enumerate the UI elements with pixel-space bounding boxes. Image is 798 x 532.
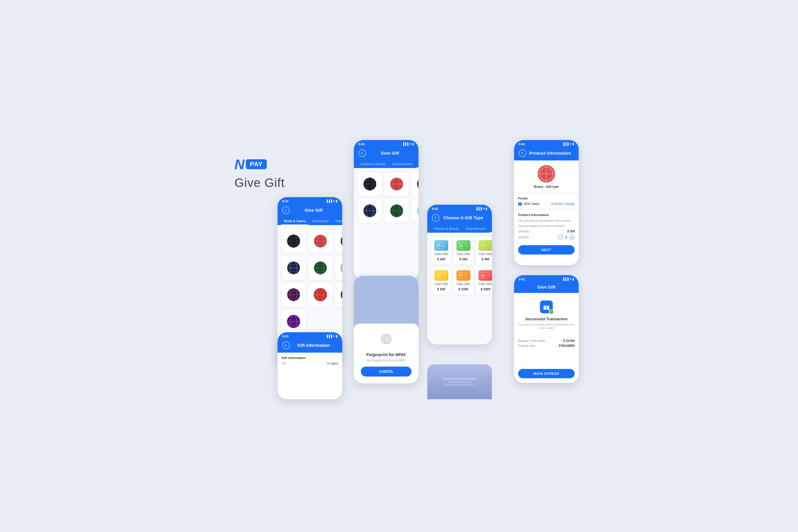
gift-item-1[interactable] [282,229,305,253]
product-icon-area: Brand - Gift type [514,160,579,192]
svg-rect-80 [460,274,462,276]
gift-item-5[interactable] [308,256,332,280]
phone3-body: Cash Gifts $ 200 Cash Gifts $ 250 [427,233,492,344]
gift-value: H Cakes [327,362,338,365]
phone5-status-bar: 9:41 ▐▐▐ ▾ ▮ [514,140,579,147]
phone2-tab-fashion[interactable]: Fashion & Beauty [357,160,388,168]
success-check-icon: ✓ [549,309,554,315]
wifi-icon-3: ▾ [483,207,484,210]
phone2-tab-shopping[interactable]: Shopping [417,160,419,168]
phone5-body: Brand - Gift type Funds N NPAY Wallet $ … [514,160,579,265]
p2-gift-3[interactable] [412,172,419,196]
cash-gift-250[interactable]: Cash Gifts $ 250 [454,237,473,264]
phone3-status-bar: 9:41 ▐▐▐ ▾ ▮ [427,205,492,212]
phone6-status-bar: 9:41 ▐▐▐ ▾ ▮ [514,275,579,282]
cash-gift-amount-400: $ 400 [481,258,490,261]
gift-item-6[interactable] [335,256,342,280]
next-button[interactable]: NEXT [518,245,575,254]
phone1-status-icons: ▐▐▐ ▾ ▮ [326,200,338,203]
svg-rect-67 [438,245,440,246]
phone6-status-icons: ▐▐▐ ▾ ▮ [563,278,574,281]
success-icon-wrap: ✓ [540,301,553,313]
qty-decrease-button[interactable]: − [558,235,563,240]
cash-gift-label-400: Cash Gifts [479,252,492,256]
phone1-back-button[interactable] [282,206,290,214]
phone3-nav-title: Choose A Gift Type [439,215,487,220]
cash-gift-icon-400 [478,240,492,251]
fingerprint-cancel-button[interactable]: CANCEL [361,367,412,377]
brand-logo: N PAY [234,156,285,172]
product-globe-icon [538,165,555,183]
gift-item-2[interactable] [308,229,332,253]
phone5-back-button[interactable] [519,149,526,157]
p2-gift-4[interactable] [358,199,382,223]
wallet-name: NPAY Wallet [524,202,550,206]
signal-icon-3: ▐▐▐ [476,207,482,210]
cash-gift-icon-1000 [456,270,470,281]
phone1-tab-fashion[interactable]: Fashion & Beau [332,217,342,225]
battery-icon-2: ▮ [412,142,414,146]
cash-icon-svg-250 [459,242,468,249]
battery-icon-3: ▮ [486,207,487,210]
phone2-header: 9:41 ▐▐▐ ▾ ▮ Give Gift Fashion & Beauty … [354,140,419,168]
phone-give-gift-success: 9:41 ▐▐▐ ▾ ▮ Give Gift [514,275,579,383]
phone5-nav-title: Product Information [526,151,574,155]
phone2-back-button[interactable] [359,149,366,157]
gift-info-section-title: Gift information [282,356,338,360]
p2-gift-6[interactable] [412,199,419,223]
p2-globe-4 [363,204,377,218]
quantity-control: − 1 + [558,235,575,240]
svg-rect-77 [438,274,440,276]
wifi-icon-2: ▾ [410,142,411,146]
success-body: ✓ Successful Transaction You have succes… [514,293,579,383]
gift-globe-10 [286,314,301,329]
qty-increase-button[interactable]: + [569,235,575,240]
funds-section: Funds N NPAY Wallet $ 20,000 Change [514,192,579,208]
p2-gift-2[interactable] [385,172,408,196]
phone3-tab-fashion[interactable]: Fashion & Beauty [431,225,462,233]
cash-gift-label-2000: Cash Gifts [479,282,492,286]
gift-item-3[interactable] [335,229,342,253]
phone1-time: 9:41 [282,200,289,203]
gift-info-body: Gift information Gift H Cakes [278,353,342,399]
blur-line-2 [448,381,471,383]
cash-gift-200[interactable]: Cash Gifts $ 200 [431,237,451,264]
gift-item-8[interactable] [308,283,332,307]
phone7-back-button[interactable] [282,342,290,349]
gift-item-7[interactable] [282,283,305,307]
phone1-tabs: Drink & Cakes Restaurant Fashion & Beau [278,217,342,225]
success-title: Successful Transaction [525,317,567,321]
cash-gift-2000[interactable]: Cash Gifts $ 2000 [476,267,492,294]
wifi-icon-5: ▾ [570,142,571,146]
phone1-nav-bar: Give Gift [278,204,342,217]
cash-gift-1000[interactable]: Cash Gifts $ 1000 [454,267,473,294]
phone3-back-button[interactable] [432,214,439,222]
p2-gift-5[interactable] [385,199,408,223]
phone1-tab-restaurant[interactable]: Restaurant [310,217,331,225]
gift-item-4[interactable] [282,256,305,280]
product-desc1: Gift card worth $ 200 at Brand A store s… [518,219,575,223]
gift-item-10[interactable] [282,309,305,334]
phone3-tab-entertainment[interactable]: Entertainment [463,225,489,233]
cash-gift-icon-500 [434,270,448,281]
cash-icon-svg-500 [437,272,445,279]
cash-gift-400[interactable]: Cash Gifts $ 400 [476,237,492,264]
p2-gift-1[interactable] [358,172,382,196]
wallet-balance: $ 20,000 [551,202,563,206]
phone1-tab-drink[interactable]: Drink & Cakes [281,217,309,225]
gift-type-label: Gift type [518,230,529,233]
product-name: Brand - Gift type [534,185,559,188]
phone2-time: 9:41 [359,142,365,146]
phone7-status-icons: ▐▐▐ ▾ ▮ [326,335,338,338]
phone3-tab-shopping[interactable]: Shopping [490,225,492,233]
main-screen-button[interactable]: MAIN SCREEN [518,369,575,378]
success-divider [518,337,575,337]
cash-icon-svg-400 [481,242,490,249]
cash-gift-500[interactable]: Cash Gifts $ 500 [431,267,451,294]
gift-globe-2 [313,234,328,248]
phone2-tab-entertainment[interactable]: Entertainment [390,160,415,168]
phone1-gift-grid [282,229,338,334]
balance-row: Balance in the wallet: $ 19.000 [518,339,575,342]
change-link[interactable]: Change [565,202,575,206]
gift-item-9[interactable] [335,283,342,307]
